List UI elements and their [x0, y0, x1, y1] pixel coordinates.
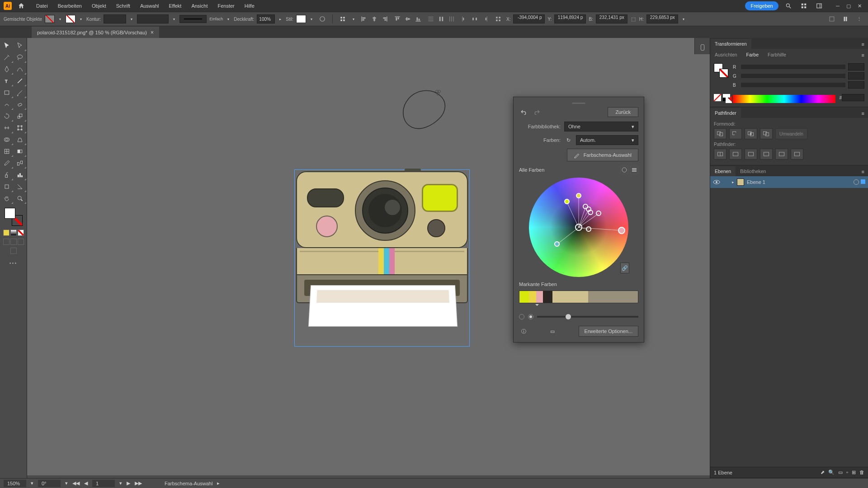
mesh-tool[interactable] [0, 145, 14, 157]
rotation-dropdown[interactable]: ▾ [65, 480, 68, 486]
draw-inside[interactable] [18, 239, 24, 245]
arrange-icon[interactable] [798, 0, 809, 11]
stroke-dropdown[interactable]: ▾ [78, 14, 84, 23]
var-width-dropdown[interactable]: ▾ [171, 14, 177, 23]
zoom-tool[interactable] [14, 192, 27, 204]
recolor-icon[interactable] [317, 14, 328, 24]
properties-strip-icon[interactable] [697, 42, 708, 53]
style-swatch[interactable] [296, 15, 306, 23]
pf-minus-front[interactable] [729, 128, 742, 139]
panel-gripper[interactable] [572, 103, 585, 104]
r-value[interactable] [848, 63, 864, 70]
pf-merge[interactable] [745, 149, 757, 160]
width-tool[interactable] [0, 122, 14, 134]
align-right[interactable] [380, 14, 390, 24]
w-field[interactable]: 232,1431 px [596, 14, 627, 23]
panel-menu-icon[interactable]: ≡ [858, 40, 868, 49]
align-vcenter[interactable] [403, 14, 413, 24]
tab-align[interactable]: Ausrichten [710, 50, 742, 60]
pf-outline[interactable] [775, 149, 788, 160]
fill-stroke-control[interactable] [5, 208, 23, 226]
b-slider[interactable] [741, 83, 845, 87]
draw-behind[interactable] [10, 239, 17, 245]
color-theme-picker-button[interactable]: Farbschema-Auswahl [567, 149, 638, 161]
saturation-radio[interactable] [519, 314, 524, 319]
redo-icon[interactable] [533, 108, 542, 117]
new-sublayer-icon[interactable]: ▫ [846, 469, 848, 475]
window-close[interactable]: ✕ [854, 2, 864, 10]
g-value[interactable] [848, 72, 864, 80]
prominent-segment[interactable] [543, 291, 552, 303]
lasso-tool[interactable] [14, 52, 27, 63]
artboard-prev[interactable]: ◀◀ [72, 480, 80, 486]
pf-divide[interactable] [714, 149, 726, 160]
document-tab[interactable]: polaroid-2315182.png* @ 150 % (RGB/Vorsc… [32, 27, 159, 38]
rotation-field[interactable]: 0° [38, 480, 61, 487]
dist-bottom[interactable] [447, 14, 457, 24]
pf-crop[interactable] [760, 149, 773, 160]
align-bottom[interactable] [413, 14, 423, 24]
colors-select[interactable]: Autom.▾ [576, 135, 638, 145]
curvature-tool[interactable] [14, 63, 27, 75]
edit-toolbar[interactable]: ••• [0, 260, 27, 266]
menu-datei[interactable]: Datei [32, 1, 52, 10]
wheel-view-button[interactable] [620, 166, 628, 174]
wheel-handle[interactable] [576, 193, 581, 198]
prominent-colors-bar[interactable] [519, 291, 638, 303]
prominent-segment[interactable] [588, 291, 638, 303]
layer-twirl-icon[interactable]: ▸ [732, 180, 734, 184]
stroke-weight-field[interactable] [104, 14, 126, 23]
type-tool[interactable]: T [0, 75, 14, 87]
panel-menu-icon[interactable]: ≡ [858, 167, 868, 176]
perspective-tool[interactable] [14, 134, 27, 145]
pf-trim[interactable] [729, 149, 742, 160]
selection-tool[interactable] [0, 40, 14, 52]
align-to-dropdown[interactable]: ▾ [351, 14, 356, 23]
menu-ansicht[interactable]: Ansicht [187, 1, 212, 10]
artboard-dropdown[interactable]: ▾ [119, 480, 122, 486]
layer-visibility-icon[interactable] [713, 178, 720, 186]
edit-icon[interactable] [840, 14, 851, 24]
color-fill-stroke-mini[interactable] [714, 63, 728, 78]
opacity-dropdown[interactable]: ▸ [278, 14, 283, 23]
menu-hilfe[interactable]: Hilfe [240, 1, 259, 10]
layer-name[interactable]: Ebene 1 [747, 179, 765, 185]
x-field[interactable]: -394,0004 p [513, 14, 545, 23]
artboard-field[interactable]: 1 [92, 480, 115, 487]
prominent-segment[interactable] [519, 291, 529, 303]
menu-objekt[interactable]: Objekt [87, 1, 111, 10]
delete-layer-icon[interactable]: 🗑 [859, 469, 864, 475]
camera-artwork[interactable] [296, 171, 468, 303]
zoom-dropdown[interactable]: ▾ [31, 480, 33, 486]
menu-bearbeiten[interactable]: Bearbeiten [53, 1, 86, 10]
y-field[interactable]: 1194,8924 p [554, 14, 586, 23]
align-hcenter[interactable] [369, 14, 379, 24]
shape-dropdown[interactable]: ▾ [681, 14, 686, 23]
draw-mode-none[interactable] [18, 230, 24, 236]
reset-colors-icon[interactable]: ↻ [564, 136, 572, 145]
rectangle-tool[interactable] [0, 87, 14, 99]
b-value[interactable] [848, 81, 864, 89]
isolate-icon[interactable] [826, 14, 837, 24]
color-wheel[interactable]: 🔗 [529, 178, 628, 277]
rotate-tool[interactable] [0, 110, 14, 122]
hand-tool[interactable] [0, 192, 14, 204]
pf-minus-back[interactable] [791, 149, 803, 160]
artboard-next[interactable]: ▶▶ [135, 480, 142, 486]
stroke-swatch[interactable] [66, 15, 75, 23]
fill-color-box[interactable] [5, 208, 15, 219]
window-minimize[interactable]: ─ [833, 2, 843, 10]
g-slider[interactable] [741, 74, 845, 78]
pen-tool[interactable] [0, 63, 14, 75]
draw-mode-color[interactable] [3, 230, 9, 236]
style-dropdown[interactable]: ▾ [309, 14, 314, 23]
link-wh-icon[interactable]: ⬚ [630, 14, 637, 24]
status-disclosure[interactable]: ▸ [217, 480, 220, 486]
advanced-options-button[interactable]: Erweiterte Optionen... [579, 326, 638, 337]
new-layer-icon[interactable]: ⊞ [852, 469, 856, 475]
shape-builder-tool[interactable] [0, 134, 14, 145]
line-tool[interactable] [14, 75, 27, 87]
save-group-icon[interactable]: ▭ [548, 327, 557, 336]
paintbrush-tool[interactable] [14, 87, 27, 99]
menu-schrift[interactable]: Schrift [112, 1, 135, 10]
